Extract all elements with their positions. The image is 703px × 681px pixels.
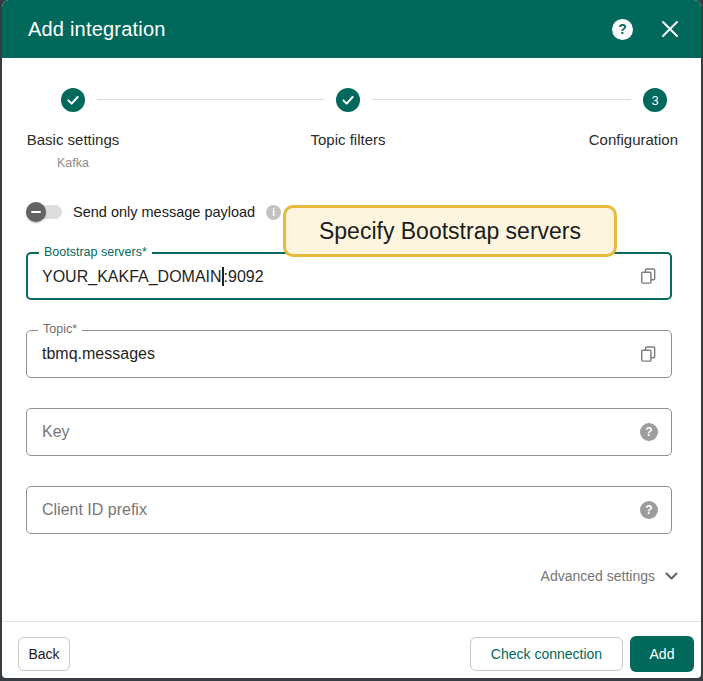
dialog-header: Add integration ? — [2, 0, 701, 58]
step-number: 3 — [651, 93, 658, 108]
step-label-topic-filters[interactable]: Topic filters — [310, 131, 385, 148]
copy-icon — [638, 266, 658, 286]
help-button[interactable]: ? — [612, 19, 633, 40]
step-sublabel-kafka: Kafka — [57, 156, 89, 170]
dialog-title: Add integration — [28, 18, 166, 41]
bootstrap-servers-tooltip: Specify Bootstrap servers — [283, 205, 617, 257]
copy-topic-button[interactable] — [638, 344, 658, 364]
step-basic-settings-indicator[interactable] — [61, 88, 85, 112]
close-icon — [661, 20, 679, 38]
key-placeholder: Key — [42, 423, 70, 441]
add-button[interactable]: Add — [630, 636, 694, 672]
bootstrap-servers-value: YOUR_KAKFA_DOMAIN:9092 — [42, 267, 264, 286]
check-connection-button[interactable]: Check connection — [470, 637, 623, 671]
client-id-prefix-field[interactable]: Client ID prefix ? — [26, 486, 672, 534]
topic-label: Topic* — [38, 322, 82, 336]
add-integration-dialog: Add integration ? 3 Basic settings Topic… — [2, 0, 701, 678]
step-label-basic-settings[interactable]: Basic settings — [27, 131, 120, 148]
key-field[interactable]: Key ? — [26, 408, 672, 456]
payload-toggle-label: Send only message payload — [73, 204, 255, 220]
info-icon[interactable]: i — [266, 205, 281, 220]
bootstrap-servers-label: Bootstrap servers* — [39, 245, 152, 259]
chevron-down-icon — [665, 572, 678, 580]
topic-field[interactable]: Topic* tbmq.messages — [26, 330, 672, 378]
tooltip-text: Specify Bootstrap servers — [319, 218, 581, 245]
advanced-settings-toggle[interactable]: Advanced settings — [541, 568, 678, 584]
help-icon[interactable]: ? — [640, 423, 658, 441]
copy-icon — [638, 344, 658, 364]
copy-bootstrap-button[interactable] — [638, 266, 658, 286]
stepper-connector-1 — [97, 99, 324, 100]
back-button[interactable]: Back — [18, 637, 70, 671]
toggle-thumb — [26, 202, 46, 222]
send-only-payload-toggle[interactable] — [26, 202, 62, 222]
topic-value: tbmq.messages — [42, 345, 155, 363]
payload-toggle-row: Send only message payload i — [26, 202, 281, 222]
stepper-connector-2 — [372, 99, 631, 100]
step-topic-filters-indicator[interactable] — [336, 88, 360, 112]
close-button[interactable] — [661, 20, 679, 38]
minus-icon — [31, 211, 41, 213]
check-icon — [65, 92, 81, 108]
step-configuration-indicator[interactable]: 3 — [643, 88, 667, 112]
footer-divider — [2, 621, 701, 622]
help-icon: ? — [612, 19, 633, 40]
step-label-configuration[interactable]: Configuration — [589, 131, 678, 148]
help-icon[interactable]: ? — [640, 501, 658, 519]
client-id-prefix-placeholder: Client ID prefix — [42, 501, 147, 519]
bootstrap-servers-field[interactable]: Bootstrap servers* YOUR_KAKFA_DOMAIN:909… — [26, 252, 672, 300]
advanced-settings-label: Advanced settings — [541, 568, 655, 584]
check-icon — [340, 92, 356, 108]
